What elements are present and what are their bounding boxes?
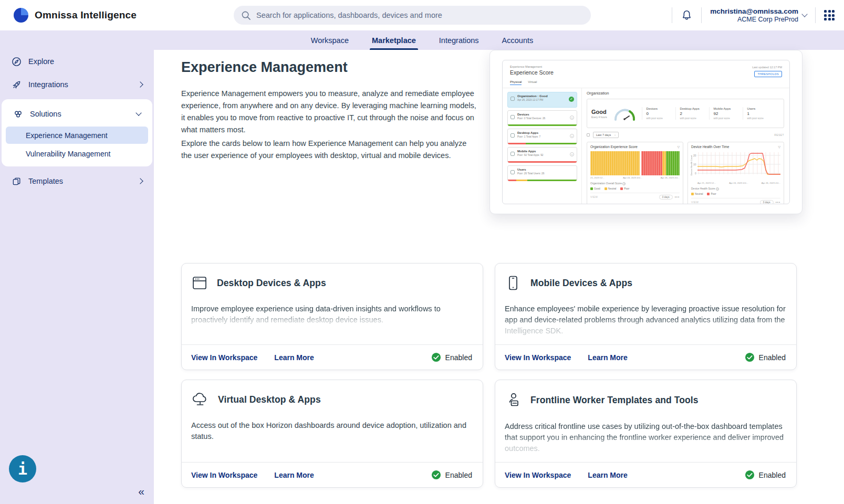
brand-logo[interactable]: Omnissa Intelligence — [14, 8, 137, 23]
stat-sub: with poor score — [680, 117, 704, 120]
card-mobile-devices-apps: Mobile Devices & Apps Enhance employees'… — [495, 263, 797, 370]
tab-marketplace[interactable]: Marketplace — [371, 30, 417, 50]
score-bar — [508, 180, 577, 181]
primary-nav: Workspace Marketplace Integrations Accou… — [0, 30, 844, 50]
gauge-icon — [612, 106, 637, 121]
preview-card-users: Users Poor: 26 Total Users: 26 — [507, 165, 577, 181]
card-description: Access out of the box Horizon dashboards… — [191, 420, 472, 442]
bar-segment-poor — [641, 151, 663, 175]
preview-card-title: Mobile Apps — [517, 150, 574, 153]
x-tick: Apr 24, 2023 4:0... — [623, 176, 642, 179]
status-badge: Enabled — [745, 352, 786, 362]
header-divider — [701, 7, 702, 23]
view-in-workspace-link[interactable]: View In Workspace — [505, 471, 571, 479]
preview-tab-physical: Physical — [510, 80, 522, 85]
info-button[interactable]: i — [9, 455, 36, 482]
stat-value: 2 — [680, 111, 704, 116]
x-axis-labels: Apr 21, 2023 12... Apr 24, 2023 4:0... A… — [691, 182, 780, 184]
date-range-select: Last 7 days — [593, 132, 619, 138]
preview-divider — [581, 88, 582, 204]
devices-icon — [510, 115, 515, 119]
preview-card-title: Desktop Apps — [517, 131, 574, 134]
omnissa-logo-icon — [14, 8, 28, 23]
chart-legend: Good Neutral Poor — [590, 187, 680, 190]
collapse-chevrons-icon: « — [138, 485, 144, 497]
preview-card-sub: Apr 26, 2023 12:17 PM — [517, 99, 574, 101]
preview-card-sub: Poor: 0 Total Devices: 26 — [517, 117, 574, 120]
view-in-workspace-link[interactable]: View In Workspace — [191, 353, 257, 362]
range-pill: 3 days — [760, 200, 774, 204]
preview-filter-bar: Last 7 days RESET — [587, 132, 784, 138]
stat-sub: with poor score — [647, 117, 670, 120]
intro-paragraph-1: Experience Management empowers you to me… — [181, 88, 476, 136]
chart-legend: Neutral Poor — [691, 193, 780, 195]
sidebar-item-vulnerability-management[interactable]: Vulnerability Management — [6, 145, 148, 162]
header-divider — [672, 7, 672, 23]
stat-mobile-apps: Mobile Apps 92 with poor score — [709, 107, 737, 120]
checkbox-icon — [587, 133, 590, 136]
sidebar-item-explore[interactable]: Explore — [0, 50, 154, 73]
chevron-down-icon — [136, 110, 141, 116]
intro-paragraph-2: Explore the cards below to learn how Exp… — [181, 138, 476, 162]
range-pill: 3 days — [659, 195, 673, 200]
tab-accounts[interactable]: Accounts — [501, 30, 535, 50]
filter-icon: ▽ — [677, 145, 680, 149]
stat-desktop-apps: Desktop Apps 2 with poor score — [675, 107, 704, 120]
sidebar-item-label: Explore — [28, 57, 142, 66]
search-icon — [241, 10, 251, 20]
preview-score-panel: Good Every 4 hours Devices 0 wit — [587, 99, 784, 128]
tab-integrations[interactable]: Integrations — [438, 30, 480, 50]
view-in-workspace-link[interactable]: View In Workspace — [505, 353, 571, 362]
check-circle-icon: ✓ — [569, 97, 574, 102]
sidebar-item-experience-management[interactable]: Experience Management — [6, 127, 148, 144]
sidebar-collapse-button[interactable]: « — [138, 485, 144, 498]
sidebar-item-solutions[interactable]: Solutions — [2, 102, 152, 125]
main-content: Experience Management Experience Managem… — [154, 50, 844, 504]
tab-workspace[interactable]: Workspace — [310, 30, 350, 50]
card-frontline-worker-templates: Frontline Worker Templates and Tools Add… — [495, 380, 797, 488]
explore-compass-icon — [12, 57, 22, 67]
view-in-workspace-link[interactable]: View In Workspace — [191, 471, 257, 479]
global-search[interactable] — [234, 6, 591, 25]
check-circle-icon — [745, 352, 755, 362]
device-health-chart: Device Health Over Time ▽ Device Health … — [687, 142, 784, 204]
card-title: Virtual Desktop & Apps — [218, 394, 321, 405]
templates-icon — [12, 176, 22, 186]
stat-value: 1 — [747, 111, 771, 116]
sidebar-subitem-label: Experience Management — [26, 131, 108, 140]
learn-more-link[interactable]: Learn More — [274, 353, 314, 362]
omnissa-intelligence-app: Omnissa Intelligence mchristina@omnissa.… — [0, 0, 844, 504]
check-circle-icon — [431, 352, 441, 362]
x-tick: Apr 21, 2023 12... — [697, 182, 716, 184]
preview-main-area: Organization Good Every 4 hours — [587, 91, 784, 204]
filter-icon: ▽ — [778, 145, 780, 149]
status-label: Enabled — [445, 471, 472, 479]
preview-title: Experience Score — [510, 69, 554, 76]
sidebar-item-templates[interactable]: Templates — [0, 170, 154, 193]
learn-more-link[interactable]: Learn More — [588, 471, 627, 479]
preview-last-updated: Last updated 12:17 PM — [752, 66, 782, 69]
score-bar — [508, 124, 577, 126]
svg-text:10: 10 — [693, 163, 696, 166]
status-label: Enabled — [445, 353, 472, 362]
learn-more-link[interactable]: Learn More — [588, 353, 627, 362]
experience-score-screenshot: Experience Management Experience Score L… — [502, 60, 790, 204]
status-badge: Enabled — [745, 470, 786, 480]
learn-more-link[interactable]: Learn More — [274, 471, 314, 479]
card-title: Mobile Devices & Apps — [530, 278, 632, 289]
line-chart-svg: 20 10 0 — [691, 150, 782, 178]
header-divider — [815, 7, 816, 23]
account-menu[interactable]: mchristina@omnissa.com ACME Corp PreProd — [710, 7, 807, 23]
reset-label: RESET — [774, 133, 784, 136]
check-circle-icon — [431, 470, 441, 480]
preview-tabs: Physical Virtual — [510, 80, 537, 85]
search-input[interactable] — [256, 11, 583, 19]
stat-label: Users — [747, 107, 771, 110]
card-description: Improve employee experience using data-d… — [191, 303, 472, 326]
app-launcher-button[interactable] — [824, 10, 835, 20]
check-circle-icon — [745, 470, 755, 480]
sidebar-item-integrations[interactable]: Integrations — [0, 73, 154, 96]
legend-poor: Poor — [624, 187, 629, 190]
notifications-button[interactable] — [681, 9, 693, 22]
svg-text:0: 0 — [695, 172, 696, 175]
